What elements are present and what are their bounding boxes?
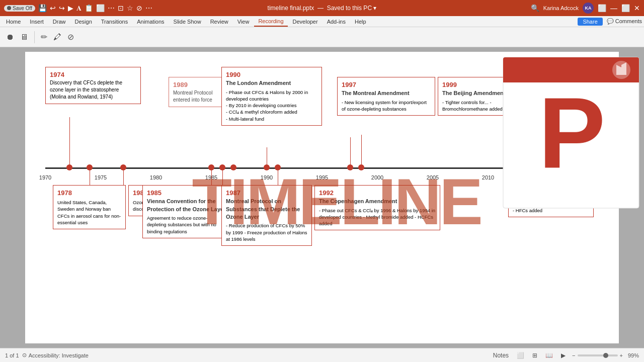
tab-recording[interactable]: Recording [254, 16, 287, 27]
normal-view-button[interactable]: ⬜ [515, 351, 526, 359]
dot-1974 [66, 164, 72, 170]
connector-1985 [211, 168, 212, 185]
year-1995: 1995 [316, 174, 328, 180]
autosave-toggle[interactable]: Save Off [4, 5, 35, 12]
card-1978: 1978 United States, Canada, Sweden and N… [53, 185, 126, 229]
present-icon[interactable]: ▶ [68, 4, 73, 12]
comments-button[interactable]: 💬 Comments [607, 18, 642, 25]
statusbar-right: Notes ⬜ ⊞ 📖 ▶ − + 99% [492, 351, 639, 359]
save-icon[interactable]: 💾 [38, 4, 47, 12]
tab-addins[interactable]: Add-ins [323, 16, 350, 27]
connector-1978 [90, 168, 90, 185]
zoom-thumb [603, 353, 608, 358]
zoom-level[interactable]: 99% [628, 352, 639, 358]
more-icon[interactable]: ⋯ [108, 4, 115, 12]
tab-slideshow[interactable]: Slide Show [170, 16, 205, 27]
year-1970: 1970 [39, 174, 51, 180]
shapes-icon[interactable]: ⬜ [96, 4, 105, 12]
connector-1999 [361, 135, 362, 168]
connector-1987 [222, 168, 223, 185]
card-1997-title: The Montreal Amendment [342, 89, 431, 97]
card-1978-year: 1978 [57, 189, 121, 198]
card-2016-year: 2016 [513, 189, 589, 198]
slide[interactable]: 1970 1975 1980 1985 1990 1995 2000 2005 … [25, 52, 619, 343]
year-2005: 2005 [427, 174, 439, 180]
card-1990-title: The London Amendment [226, 79, 317, 87]
reading-view-button[interactable]: 📖 [544, 351, 554, 359]
dot-1990 [264, 164, 270, 170]
user-avatar[interactable]: KA [583, 3, 594, 14]
connector-1974 [69, 117, 70, 167]
tab-help[interactable]: Help [351, 16, 370, 27]
tab-insert[interactable]: Insert [26, 16, 48, 27]
star-icon[interactable]: ☆ [127, 4, 133, 12]
year-2015: 2015 [537, 174, 549, 180]
eraser-icon[interactable]: ⊘ [136, 4, 142, 12]
connector-1984 [123, 168, 124, 185]
card-1985-body: Agreement to reduce ozone-depleting subs… [147, 215, 226, 235]
notes-button[interactable]: Notes [492, 351, 510, 359]
slide-sorter-button[interactable]: ⊞ [531, 351, 539, 359]
card-1989-partial: 1989 Montreal Protocol entered into forc… [169, 77, 229, 107]
card-2016-body: - HFCs added [513, 207, 589, 214]
titlebar-left: Save Off 💾 ↩ ↪ ▶ 𝐀 📋 ⬜ ⋯ ⊡ ☆ ⊘ ⋯ [4, 4, 152, 13]
screen-rec-btn[interactable]: 🖥 [18, 32, 30, 43]
card-1987: 1987 Montreal Protocol on Substances tha… [221, 185, 312, 246]
tab-review[interactable]: Review [206, 16, 232, 27]
format-icon[interactable]: 𝐀 [76, 4, 82, 13]
tab-animations[interactable]: Animations [133, 16, 168, 27]
record-btn[interactable]: ⏺ [4, 32, 16, 43]
minimize-icon[interactable]: — [610, 4, 617, 12]
tab-transitions[interactable]: Transitions [97, 16, 132, 27]
more2-icon[interactable]: ⋯ [145, 4, 152, 12]
ribbon-toggle-icon[interactable]: ⬜ [598, 4, 606, 12]
timeline-line [45, 167, 599, 169]
connector-1992 [278, 168, 278, 185]
undo-icon[interactable]: ↩ [50, 4, 56, 12]
tab-view[interactable]: View [233, 16, 254, 27]
restore-icon[interactable]: ⬜ [621, 4, 630, 12]
share-button[interactable]: Share [578, 18, 602, 26]
tab-developer[interactable]: Developer [289, 16, 322, 27]
close-icon[interactable]: ✕ [634, 4, 640, 12]
card-1999: 1999 The Beijing Amendment - Tighter con… [438, 77, 538, 116]
card-1990-year: 1990 [226, 70, 317, 79]
card-1974-year: 1974 [50, 70, 136, 79]
tab-design[interactable]: Design [71, 16, 96, 27]
dot-1992 [275, 164, 281, 170]
fullscreen-icon[interactable]: ⊡ [118, 4, 124, 12]
year-2000: 2000 [371, 174, 383, 180]
connector-1997 [350, 137, 351, 168]
clipboard-icon[interactable]: 📋 [85, 4, 93, 12]
year-2020: 2020 [593, 174, 605, 180]
filename: timeline final.pptx [268, 5, 314, 12]
year-2010: 2010 [482, 174, 494, 180]
card-1992: 1992 The Copenhagen Amendment - Phase ou… [314, 185, 440, 230]
eraser-btn[interactable]: ⊘ [65, 31, 76, 43]
zoom-slider[interactable]: − + [572, 352, 623, 358]
tab-draw[interactable]: Draw [49, 16, 70, 27]
card-1978-body: United States, Canada, Sweden and Norway… [57, 199, 121, 226]
accessibility-icon: ⊙ [22, 352, 27, 358]
redo-icon[interactable]: ↪ [59, 4, 65, 12]
card-1992-title: The Copenhagen Amendment [319, 198, 436, 205]
zoom-out-icon[interactable]: − [572, 352, 575, 358]
card-1987-title: Montreal Protocol on Substances that Dep… [226, 198, 307, 221]
card-1974-body: Discovery that CFCs deplete the ozone la… [50, 79, 136, 101]
year-1980: 1980 [150, 174, 162, 180]
search-icon[interactable]: 🔍 [531, 4, 539, 12]
ribbon-actions: Share 💬 Comments [578, 18, 642, 26]
dot-2016 [551, 164, 557, 170]
card-1987-body: - Reduce production of CFCs by 50% by 19… [226, 222, 307, 242]
zoom-in-icon[interactable]: + [620, 352, 623, 358]
zoom-track[interactable] [578, 354, 618, 356]
presenter-view-button[interactable]: ▶ [559, 351, 567, 359]
accessibility-msg[interactable]: ⊙ Accessibility: Investigate [22, 352, 89, 358]
card-1987-year: 1987 [226, 189, 307, 198]
card-1989-body: Montreal Protocol entered into force [173, 89, 224, 104]
pen-btn[interactable]: ✏ [39, 31, 49, 43]
highlight-btn[interactable]: 🖍 [51, 32, 63, 43]
card-1992-body: - Phase out CFCs & CCl₄ by 1996 & Halons… [319, 207, 436, 227]
tab-home[interactable]: Home [2, 16, 25, 27]
titlebar-center: timeline final.pptx — Saved to this PC ▾ [268, 5, 377, 12]
